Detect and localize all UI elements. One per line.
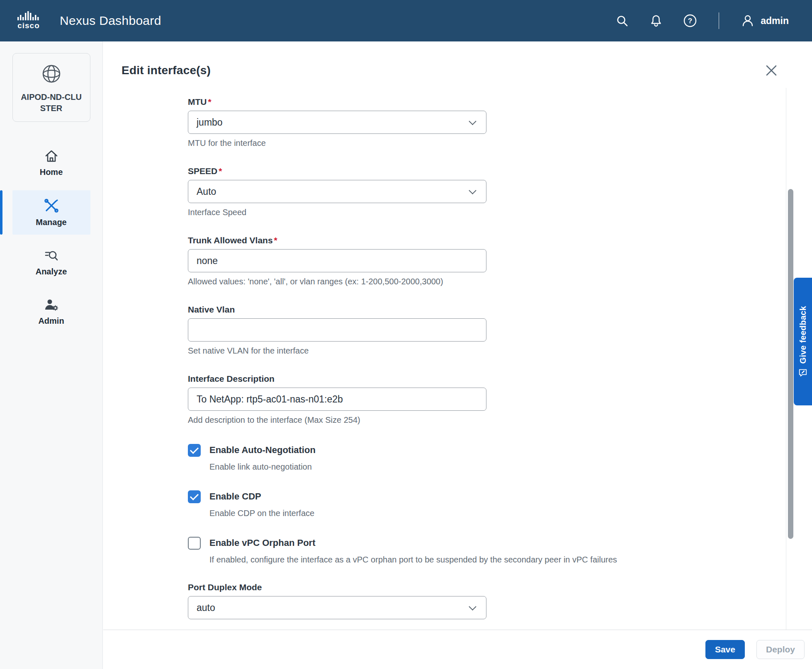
sidebar-item-admin[interactable]: Admin xyxy=(12,290,90,333)
mtu-select[interactable]: jumbo xyxy=(188,111,486,134)
tools-icon xyxy=(44,199,59,213)
give-feedback-label: Give feedback xyxy=(798,306,808,364)
mtu-label: MTU xyxy=(188,97,486,107)
cdp-helper: Enable CDP on the interface xyxy=(209,506,314,520)
admin-user-gear-icon xyxy=(44,298,59,312)
chevron-down-icon xyxy=(469,603,476,610)
search-icon[interactable] xyxy=(615,14,629,28)
sidebar-item-label: Admin xyxy=(38,316,64,326)
auto-negotiation-helper: Enable link auto-negotiation xyxy=(209,460,316,474)
native-vlan-label: Native Vlan xyxy=(188,305,486,315)
cisco-logo-bars xyxy=(17,11,41,20)
auto-negotiation-checkbox[interactable] xyxy=(188,444,201,457)
user-menu[interactable]: admin xyxy=(741,14,789,28)
save-button[interactable]: Save xyxy=(705,640,745,659)
native-vlan-input[interactable] xyxy=(188,318,486,342)
header-divider xyxy=(719,12,719,29)
cdp-checkbox[interactable] xyxy=(188,490,201,503)
form-scroll-area: MTU jumbo MTU for the interface SPEED Au… xyxy=(103,88,812,630)
sidebar-item-analyze[interactable]: Analyze xyxy=(12,240,90,284)
sidebar-item-manage[interactable]: Manage xyxy=(12,190,90,235)
panel-footer: Save Deploy xyxy=(103,630,812,669)
speed-select[interactable]: Auto xyxy=(188,180,486,203)
speed-select-value: Auto xyxy=(197,186,216,197)
chevron-down-icon xyxy=(469,187,476,194)
field-native-vlan: Native Vlan Set native VLAN for the inte… xyxy=(188,305,486,356)
sidebar-item-label: Home xyxy=(40,167,63,177)
feedback-pencil-icon xyxy=(798,368,807,377)
port-duplex-label: Port Duplex Mode xyxy=(188,582,486,592)
description-helper: Add description to the interface (Max Si… xyxy=(188,415,486,425)
vpc-orphan-port-checkbox[interactable] xyxy=(188,537,201,550)
cdp-label: Enable CDP xyxy=(209,490,314,504)
field-interface-description: Interface Description Add description to… xyxy=(188,374,486,425)
brand: cisco Nexus Dashboard xyxy=(17,11,161,30)
port-duplex-select-value: auto xyxy=(197,602,215,613)
chevron-down-icon xyxy=(469,117,476,125)
vpc-orphan-port-helper: If enabled, configure the interface as a… xyxy=(209,553,617,567)
trunk-vlans-input[interactable] xyxy=(188,249,486,272)
port-duplex-select[interactable]: auto xyxy=(188,596,486,619)
user-icon xyxy=(741,14,755,28)
checkbox-row-vpc-orphan-port: Enable vPC Orphan Port If enabled, confi… xyxy=(188,536,812,567)
sidebar: AIPOD-ND-CLUSTER Home Manage Analyze xyxy=(0,41,103,669)
analyze-search-icon xyxy=(44,249,59,263)
svg-text:?: ? xyxy=(688,17,692,25)
edit-interfaces-panel: Edit interface(s) MTU jumbo MTU for the … xyxy=(103,41,812,669)
username: admin xyxy=(761,15,789,27)
cisco-logo: cisco xyxy=(17,11,41,30)
speed-label: SPEED xyxy=(188,166,486,176)
deploy-button[interactable]: Deploy xyxy=(756,640,805,659)
close-icon[interactable] xyxy=(763,62,780,79)
field-mtu: MTU jumbo MTU for the interface xyxy=(188,97,486,148)
field-speed: SPEED Auto Interface Speed xyxy=(188,166,486,217)
trunk-vlans-helper: Allowed values: 'none', 'all', or vlan r… xyxy=(188,277,486,286)
sidebar-item-label: Analyze xyxy=(36,267,67,276)
app-title: Nexus Dashboard xyxy=(60,14,161,28)
auto-negotiation-label: Enable Auto-Negotiation xyxy=(209,443,316,457)
native-vlan-helper: Set native VLAN for the interface xyxy=(188,346,486,356)
description-label: Interface Description xyxy=(188,374,486,384)
sidebar-item-label: Manage xyxy=(36,218,66,227)
notifications-bell-icon[interactable] xyxy=(649,14,663,28)
mtu-helper: MTU for the interface xyxy=(188,138,486,148)
mtu-select-value: jumbo xyxy=(197,117,223,128)
description-input[interactable] xyxy=(188,388,486,411)
cluster-name: AIPOD-ND-CLUSTER xyxy=(20,92,83,114)
sidebar-item-home[interactable]: Home xyxy=(12,141,90,184)
checkbox-row-cdp: Enable CDP Enable CDP on the interface xyxy=(188,490,812,520)
give-feedback-tab[interactable]: Give feedback xyxy=(794,278,812,405)
vpc-orphan-port-label: Enable vPC Orphan Port xyxy=(209,536,617,550)
cluster-globe-icon xyxy=(39,62,63,86)
trunk-vlans-label: Trunk Allowed Vlans xyxy=(188,235,486,245)
checkbox-row-auto-negotiation: Enable Auto-Negotiation Enable link auto… xyxy=(188,443,812,474)
cisco-wordmark: cisco xyxy=(17,21,40,30)
vertical-scrollbar[interactable] xyxy=(788,189,793,539)
speed-helper: Interface Speed xyxy=(188,208,486,217)
field-trunk-allowed-vlans: Trunk Allowed Vlans Allowed values: 'non… xyxy=(188,235,486,286)
top-header-bar: cisco Nexus Dashboard ? xyxy=(0,0,812,41)
scrollbar-track xyxy=(786,88,786,630)
field-port-duplex-mode: Port Duplex Mode auto xyxy=(188,582,486,619)
help-icon[interactable]: ? xyxy=(683,14,697,28)
home-icon xyxy=(44,149,59,163)
cluster-selector[interactable]: AIPOD-ND-CLUSTER xyxy=(12,53,90,122)
page-title: Edit interface(s) xyxy=(122,64,211,77)
